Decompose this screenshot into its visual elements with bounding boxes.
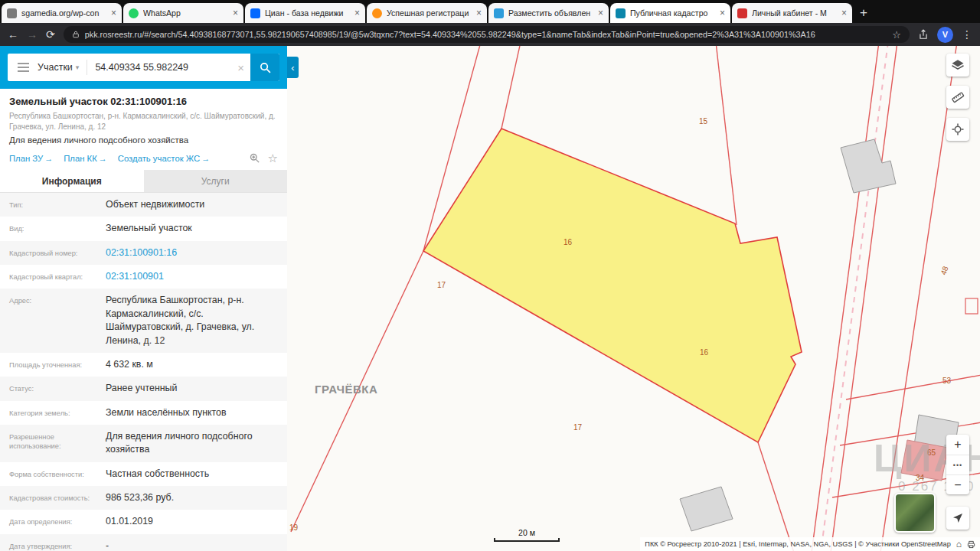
tab-title: Разместить объявлен — [508, 8, 593, 18]
zoom-out-button[interactable]: − — [946, 474, 969, 494]
tab-cian[interactable]: Циан - база недвижи × — [245, 3, 365, 23]
refresh-icon[interactable]: ⟳ — [46, 29, 55, 40]
cadastral-info-panel: Участки ▾ × Земельный участок 02:31:1009… — [0, 46, 287, 551]
row-label: Дата определения: — [9, 515, 106, 528]
tab-close-icon[interactable]: × — [233, 8, 238, 18]
tab-information[interactable]: Информация — [0, 170, 144, 192]
tab-personal-account[interactable]: Личный кабинет - М × — [732, 3, 852, 23]
tab-close-icon[interactable]: × — [111, 8, 116, 18]
tab-services[interactable]: Услуги — [144, 170, 288, 192]
cadastral-number-link[interactable]: 02:31:100901:16 — [106, 246, 279, 259]
tab-favicon — [494, 8, 504, 18]
my-location-button[interactable] — [946, 507, 969, 530]
tab-close-icon[interactable]: × — [720, 8, 725, 18]
bookmark-star-icon[interactable]: ☆ — [892, 29, 901, 41]
plan-zu-link[interactable]: План ЗУ → — [9, 154, 53, 163]
tab-close-icon[interactable]: × — [598, 8, 603, 18]
table-row: Адрес: Республика Башкортостан, р-н. Кар… — [0, 289, 287, 352]
tab-sgamedia[interactable]: sgamedia.org/wp-con × — [2, 3, 122, 23]
row-label: Дата утверждения: — [9, 540, 106, 551]
browser-address-bar: ← → ⟳ pkk.rosreestr.ru/#/search/54.40938… — [0, 23, 980, 46]
tab-title: Публичная кадастро — [630, 8, 715, 18]
search-category-dropdown[interactable]: Участки ▾ — [38, 62, 79, 73]
browser-menu-icon[interactable]: ⋮ — [962, 28, 972, 41]
map-attribution: ПКК © Росреестр 2010-2021 | Esri, Interm… — [640, 537, 980, 551]
table-row: Тип: Объект недвижимости — [0, 193, 287, 217]
zoom-more-button[interactable]: ••• — [946, 455, 969, 474]
scale-line — [494, 538, 560, 542]
clear-search-icon[interactable]: × — [237, 61, 244, 74]
row-label: Площадь уточненная: — [9, 358, 106, 371]
search-category-label: Участки — [38, 62, 73, 73]
tab-close-icon[interactable]: × — [354, 8, 360, 18]
table-row: Площадь уточненная: 4 632 кв. м — [0, 353, 287, 377]
zoom-in-button[interactable]: + — [946, 435, 969, 455]
measure-button[interactable] — [946, 86, 969, 109]
row-value: - — [106, 540, 279, 551]
menu-icon[interactable] — [18, 67, 29, 68]
tab-close-icon[interactable]: × — [476, 8, 482, 18]
object-links: План ЗУ → План КК → Создать участок ЖС →… — [0, 150, 287, 170]
crosshair-icon — [951, 122, 965, 136]
row-value: 4 632 кв. м — [106, 358, 279, 371]
share-icon[interactable] — [918, 29, 929, 40]
new-tab-button[interactable]: + — [854, 3, 874, 23]
object-title: Земельный участок 02:31:100901:16 — [9, 96, 278, 107]
tab-favicon — [250, 8, 260, 18]
row-value: Объект недвижимости — [106, 198, 279, 211]
search-button[interactable] — [250, 54, 279, 81]
layers-button[interactable] — [946, 54, 969, 77]
cadastral-map[interactable]: 15 16 16 17 17 19 48 53 65 34 ГРАЧЁВКА Ц… — [287, 46, 980, 551]
table-row: Дата утверждения: - — [0, 534, 287, 551]
tab-favicon — [372, 8, 382, 18]
row-label: Форма собственности: — [9, 468, 106, 481]
tab-whatsapp[interactable]: WhatsApp × — [123, 3, 243, 23]
print-icon[interactable] — [967, 540, 975, 549]
settlement-label: ГРАЧЁВКА — [315, 383, 377, 396]
tab-title: WhatsApp — [143, 8, 228, 18]
basemap-thumbnail[interactable] — [894, 493, 936, 533]
forward-icon[interactable]: → — [27, 29, 38, 40]
cadastral-quarter-link[interactable]: 02:31:100901 — [106, 270, 279, 283]
object-summary: Земельный участок 02:31:100901:16 Респуб… — [0, 89, 287, 150]
table-row: Разрешенное использование: Для ведения л… — [0, 425, 287, 462]
profile-avatar[interactable]: V — [937, 27, 953, 43]
parcel-number: 17 — [573, 423, 582, 432]
extent-button[interactable] — [946, 118, 969, 141]
layers-icon — [951, 58, 965, 72]
chevron-down-icon: ▾ — [76, 64, 80, 71]
building — [680, 487, 733, 531]
tab-favicon — [616, 8, 626, 18]
favorite-icon[interactable]: ☆ — [268, 152, 278, 164]
row-value: Для ведения личного подсобного хозяйства — [106, 430, 279, 457]
tab-post-ad[interactable]: Разместить объявлен × — [488, 3, 609, 23]
tab-close-icon[interactable]: × — [841, 8, 847, 18]
lock-icon — [72, 30, 80, 39]
attribution-text: ПКК © Росреестр 2010-2021 | Esri, Interm… — [645, 540, 950, 548]
search-bar: Участки ▾ × — [8, 54, 279, 81]
plan-kk-link[interactable]: План КК → — [64, 154, 107, 163]
row-value: 986 523,36 руб. — [106, 491, 279, 504]
search-input[interactable] — [95, 62, 231, 73]
row-value: 01.01.2019 — [106, 515, 279, 528]
object-usage: Для ведения личного подсобного хозяйства — [9, 135, 278, 145]
back-icon[interactable]: ← — [8, 29, 18, 40]
home-icon[interactable]: ⌂ — [956, 539, 962, 549]
create-zhs-link[interactable]: Создать участок ЖС → — [118, 154, 210, 163]
tab-title: Личный кабинет - М — [752, 8, 837, 18]
tab-favicon — [129, 8, 139, 18]
tab-cadastral-map[interactable]: Публичная кадастро × — [610, 3, 730, 23]
url-text: pkk.rosreestr.ru/#/search/54.40938168773… — [85, 30, 887, 39]
url-field[interactable]: pkk.rosreestr.ru/#/search/54.40938168773… — [64, 26, 910, 43]
tab-registration[interactable]: Успешная регистраци × — [367, 3, 487, 23]
panel-collapse-button[interactable]: ‹ — [287, 57, 299, 78]
row-label: Статус: — [9, 382, 106, 395]
tab-title: Циан - база недвижи — [265, 8, 350, 18]
tab-favicon — [7, 8, 17, 18]
browser-tab-bar: sgamedia.org/wp-con × WhatsApp × Циан - … — [0, 0, 980, 23]
zoom-to-object-icon[interactable] — [249, 152, 260, 164]
tab-title: sgamedia.org/wp-con — [21, 8, 106, 18]
row-label: Вид: — [9, 222, 106, 235]
table-row: Дата определения: 01.01.2019 — [0, 510, 287, 533]
row-value: Ранее учтенный — [106, 382, 279, 395]
